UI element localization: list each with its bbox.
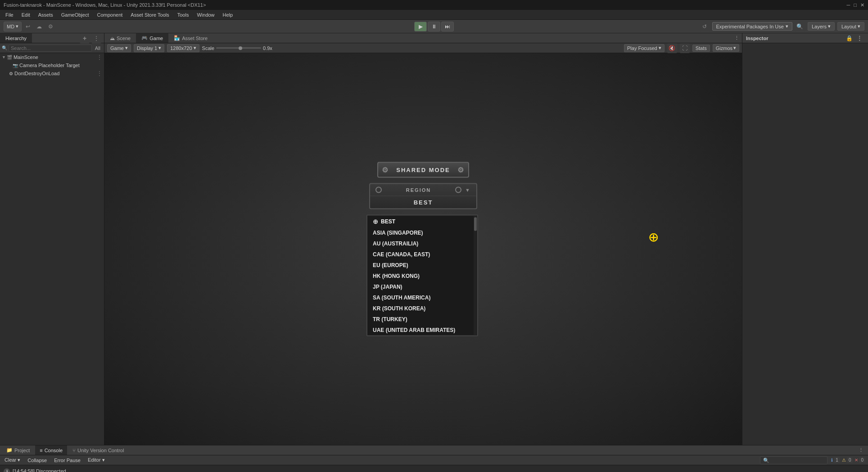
hierarchy-item-mainscene[interactable]: ▼ 🎬 MainScene ⋮: [0, 53, 104, 61]
mainscene-more[interactable]: ⋮: [97, 54, 102, 60]
collapse-btn[interactable]: Collapse: [26, 457, 49, 463]
inspector-title: Inspector: [746, 36, 769, 41]
hierarchy-panel: Hierarchy + ⋮ 🔍 All ▼ 🎬 MainScene ⋮ 📷 Ca: [0, 33, 104, 445]
best-circle-icon: ⊕: [373, 218, 378, 225]
close-btn[interactable]: ✕: [860, 2, 864, 8]
shared-mode-btn[interactable]: SHARED MODE: [377, 162, 469, 178]
mainscene-arrow: ▼: [2, 55, 6, 59]
game-dropdown[interactable]: Game ▾: [107, 44, 131, 52]
display-dropdown[interactable]: Display 1 ▾: [134, 44, 164, 52]
cloud-sync-btn[interactable]: ↺: [700, 22, 710, 32]
mode-label: MD: [7, 24, 14, 29]
play-button[interactable]: ▶: [414, 22, 427, 32]
editor-btn[interactable]: Editor ▾: [86, 457, 107, 463]
bottom-panel-more[interactable]: ⋮: [859, 447, 866, 453]
scale-slider-thumb[interactable]: [239, 46, 242, 50]
scale-slider-track[interactable]: [216, 47, 261, 49]
menu-component[interactable]: Component: [93, 11, 126, 18]
hierarchy-add-btn[interactable]: +: [80, 33, 90, 43]
layout-dropdown-icon: ▾: [858, 23, 860, 29]
gizmos-btn[interactable]: Gizmos ▾: [713, 44, 739, 52]
region-item-tr[interactable]: TR (TURKEY): [367, 314, 477, 325]
hierarchy-search-input[interactable]: [9, 45, 92, 52]
region-item-cae[interactable]: CAE (CANADA, EAST): [367, 249, 477, 260]
step-button[interactable]: ⏭: [441, 22, 454, 32]
game-icon-tab: 🎮: [141, 35, 148, 41]
mute-btn[interactable]: 🔇: [667, 43, 677, 53]
error-pause-label: Error Pause: [54, 458, 81, 463]
region-item-jp[interactable]: JP (JAPAN): [367, 281, 477, 292]
play-focused-dropdown[interactable]: Play Focused ▾: [624, 44, 665, 52]
region-au-label: AU (AUSTRAILIA): [373, 241, 418, 247]
inspector-panel: Inspector 🔒 ⋮: [742, 33, 868, 445]
menu-help[interactable]: Help: [219, 11, 237, 18]
clear-btn[interactable]: Clear ▾: [3, 457, 22, 463]
lock-icon[interactable]: 🔒: [846, 35, 853, 41]
tab-project[interactable]: 📁 Project: [2, 445, 34, 455]
layers-btn[interactable]: Layers ▾: [808, 22, 835, 31]
console-tab-icon: ≡: [40, 448, 42, 453]
region-item-hk[interactable]: HK (HONG KONG): [367, 271, 477, 281]
menu-tools[interactable]: Tools: [174, 11, 193, 18]
warning-count: ⚠ 0: [842, 457, 853, 463]
region-item-kr[interactable]: KR (SOUTH KOREA): [367, 303, 477, 314]
region-sa-label: SA (SOUTH AMERICA): [373, 295, 430, 301]
hierarchy-item-camera[interactable]: 📷 Camera Placeholder Target: [0, 61, 104, 69]
console-entry-icon: ℹ: [4, 468, 10, 472]
region-item-au[interactable]: AU (AUSTRAILIA): [367, 238, 477, 249]
cloud-btn[interactable]: ☁: [34, 22, 44, 32]
menu-edit[interactable]: Edit: [18, 11, 34, 18]
console-entry-0[interactable]: ℹ [14:54:58] Disconnected UnityEngine.De…: [4, 467, 864, 472]
console-entry-time: [14:54:58]: [13, 468, 36, 472]
shared-mode-label: SHARED MODE: [396, 167, 450, 173]
hierarchy-all-label[interactable]: All: [93, 45, 102, 51]
menu-gameobject[interactable]: GameObject: [58, 11, 93, 18]
error-pause-btn[interactable]: Error Pause: [52, 457, 82, 463]
menu-assetstoretools[interactable]: Asset Store Tools: [127, 11, 172, 18]
menu-assets[interactable]: Assets: [35, 11, 57, 18]
experimental-packages-btn[interactable]: Experimental Packages In Use ▾: [712, 22, 792, 31]
hierarchy-item-dontdestroy[interactable]: ⚙ DontDestroyOnLoad ⋮: [0, 69, 104, 77]
mode-button[interactable]: MD ▾: [4, 22, 22, 32]
hierarchy-tab-label: Hierarchy: [5, 36, 27, 41]
tab-console[interactable]: ≡ Console: [35, 445, 67, 455]
error-count-value: 0: [859, 457, 865, 463]
region-best-label: BEST: [381, 218, 395, 225]
region-dropdown-arrow[interactable]: ▼: [465, 187, 471, 193]
title-text: Fusion-tanknarok - MainScene - Windows, …: [4, 2, 206, 8]
pause-button[interactable]: ⏸: [428, 22, 440, 32]
scene-panel-more[interactable]: ⋮: [734, 35, 742, 41]
region-item-best[interactable]: ⊕ BEST: [367, 216, 477, 227]
region-item-sa[interactable]: SA (SOUTH AMERICA): [367, 292, 477, 303]
tab-hierarchy[interactable]: Hierarchy: [0, 33, 32, 43]
resolution-dropdown[interactable]: 1280x720 ▾: [167, 44, 199, 52]
settings-btn[interactable]: ⚙: [45, 22, 55, 32]
back-btn[interactable]: ↩: [23, 22, 33, 32]
tab-game[interactable]: 🎮 Game: [136, 33, 168, 43]
console-search-area: [110, 456, 828, 464]
tab-assetstore[interactable]: 🏪 Asset Store: [168, 33, 213, 43]
menu-file[interactable]: File: [2, 11, 17, 18]
hierarchy-more-btn[interactable]: ⋮: [91, 33, 101, 43]
scale-control: Scale 0.9x: [202, 45, 272, 51]
inspector-more-btn[interactable]: ⋮: [854, 35, 864, 42]
stats-btn[interactable]: Stats: [692, 45, 710, 52]
search-btn[interactable]: 🔍: [795, 22, 805, 32]
region-jp-label: JP (JAPAN): [373, 284, 402, 290]
tab-scene[interactable]: ⛰ Scene: [104, 33, 136, 43]
region-uae-label: UAE (UNITED ARAB EMIRATES): [373, 327, 455, 333]
minimize-btn[interactable]: ─: [847, 2, 850, 8]
dontdestroy-more[interactable]: ⋮: [97, 70, 102, 77]
region-item-uae[interactable]: UAE (UNITED ARAB EMIRATES): [367, 325, 477, 336]
collapse-label: Collapse: [27, 458, 47, 463]
region-item-asia-singapore[interactable]: ASIA (SINGAPORE): [367, 227, 477, 238]
tab-version-control[interactable]: ⑂ Unity Version Control: [68, 445, 128, 455]
region-hk-label: HK (HONG KONG): [373, 273, 420, 279]
maximize-btn[interactable]: □: [854, 2, 857, 8]
console-search-input[interactable]: [760, 456, 827, 464]
region-gear-left: [375, 187, 382, 193]
menu-window[interactable]: Window: [193, 11, 218, 18]
layout-btn[interactable]: Layout ▾: [837, 22, 864, 31]
maximize-game-btn[interactable]: ⛶: [680, 43, 690, 53]
region-item-eu[interactable]: EU (EUROPE): [367, 260, 477, 271]
